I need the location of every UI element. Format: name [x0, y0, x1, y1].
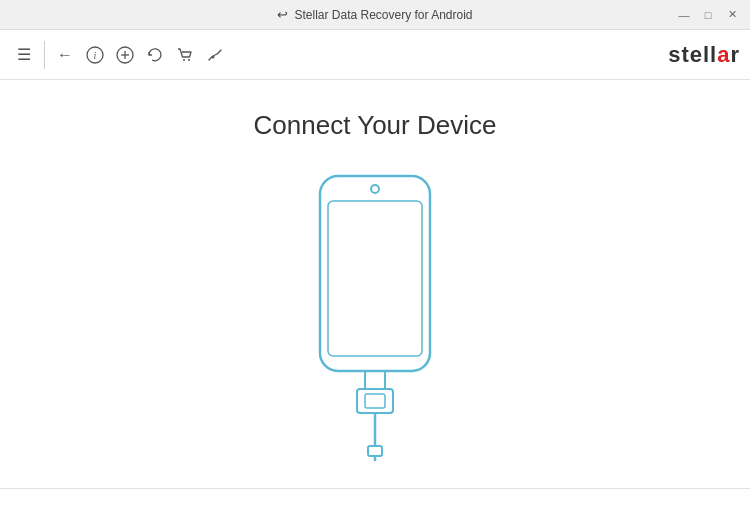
main-content: Connect Your Device [0, 80, 750, 488]
settings-svg [206, 46, 224, 64]
update-svg [146, 46, 164, 64]
register-icon[interactable] [111, 41, 139, 69]
svg-rect-13 [365, 394, 385, 408]
cart-icon[interactable] [171, 41, 199, 69]
settings-icon[interactable] [201, 41, 229, 69]
svg-point-5 [183, 59, 185, 61]
svg-rect-11 [365, 371, 385, 389]
title-text: Stellar Data Recovery for Android [294, 8, 472, 22]
brand-accent: a [717, 42, 730, 67]
title-icon: ↩ [277, 7, 288, 22]
svg-rect-15 [368, 446, 382, 456]
brand-text2: r [730, 42, 740, 67]
cart-svg [176, 46, 194, 64]
close-button[interactable]: ✕ [724, 7, 740, 23]
back-icon[interactable]: ← [51, 41, 79, 69]
menu-icon[interactable]: ☰ [10, 41, 38, 69]
status-bar [0, 488, 750, 508]
svg-rect-8 [320, 176, 430, 371]
maximize-button[interactable]: □ [700, 7, 716, 23]
toolbar: ☰ ← i stellar [0, 30, 750, 80]
help-icon[interactable]: i [81, 41, 109, 69]
svg-point-6 [188, 59, 190, 61]
svg-text:i: i [94, 50, 97, 61]
help-svg: i [86, 46, 104, 64]
svg-point-7 [212, 55, 215, 58]
brand-logo: stellar [668, 42, 740, 68]
title-bar: ↩ Stellar Data Recovery for Android — □ … [0, 0, 750, 30]
update-icon[interactable] [141, 41, 169, 69]
svg-point-9 [371, 185, 379, 193]
svg-rect-12 [357, 389, 393, 413]
toolbar-divider [44, 41, 45, 69]
title-bar-title: ↩ Stellar Data Recovery for Android [277, 7, 472, 22]
register-svg [116, 46, 134, 64]
brand-text: stell [668, 42, 717, 67]
minimize-button[interactable]: — [676, 7, 692, 23]
page-title: Connect Your Device [254, 110, 497, 141]
phone-usb-svg [310, 171, 440, 461]
device-illustration [310, 171, 440, 461]
svg-rect-10 [328, 201, 422, 356]
